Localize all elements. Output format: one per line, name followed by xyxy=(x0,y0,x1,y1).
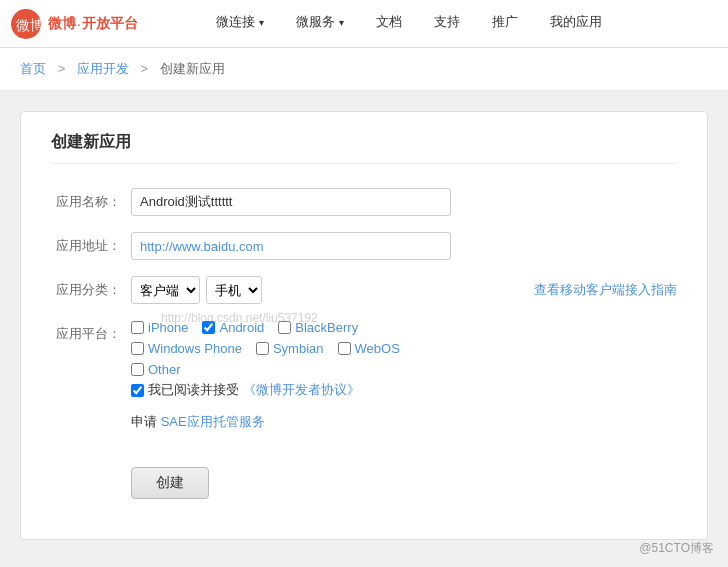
select-group: 客户端 社交 工具 娱乐 手机 平板 桌面 xyxy=(131,276,514,304)
platform-webos[interactable]: WebOS xyxy=(338,341,400,356)
platform-android[interactable]: Android xyxy=(202,320,264,335)
breadcrumb: 首页 > 应用开发 > 创建新应用 xyxy=(0,48,728,91)
agreement-link[interactable]: 《微博开发者协议》 xyxy=(243,381,360,399)
nav-label-doc: 文档 xyxy=(376,13,402,31)
app-name-row: 应用名称： xyxy=(51,188,677,216)
app-name-field xyxy=(131,188,677,216)
app-subtype-select[interactable]: 手机 平板 桌面 xyxy=(206,276,262,304)
platform-area: iPhone Android BlackBerry xyxy=(131,320,677,431)
app-name-input[interactable] xyxy=(131,188,451,216)
label-other: Other xyxy=(148,362,181,377)
checkbox-android[interactable] xyxy=(202,321,215,334)
checkbox-other[interactable] xyxy=(131,363,144,376)
submit-button[interactable]: 创建 xyxy=(131,467,209,499)
checkbox-iphone[interactable] xyxy=(131,321,144,334)
nav-label-promote: 推广 xyxy=(492,13,518,31)
svg-text:微博: 微博 xyxy=(16,17,42,33)
platform-other[interactable]: Other xyxy=(131,362,181,377)
app-type-label: 应用分类： xyxy=(51,276,131,304)
app-url-row: 应用地址： xyxy=(51,232,677,260)
label-blackberry: BlackBerry xyxy=(295,320,358,335)
nav-item-support[interactable]: 支持 xyxy=(418,0,476,48)
sae-link[interactable]: SAE应用托管服务 xyxy=(161,414,265,429)
app-type-row: 应用分类： 客户端 社交 工具 娱乐 手机 平板 桌面 查看移动客户 xyxy=(51,276,677,304)
app-url-label: 应用地址： xyxy=(51,232,131,260)
header: 微博 微博 · 开放平台 微连接 微服务 文档 支持 推广 我的应用 xyxy=(0,0,728,48)
breadcrumb-appdev[interactable]: 应用开发 xyxy=(77,61,129,76)
nav-label-myapp: 我的应用 xyxy=(550,13,602,31)
label-symbian: Symbian xyxy=(273,341,324,356)
logo-area: 微博 微博 · 开放平台 xyxy=(10,8,170,40)
weibo-icon: 微博 xyxy=(10,8,42,40)
label-android: Android xyxy=(219,320,264,335)
nav-item-promote[interactable]: 推广 xyxy=(476,0,534,48)
app-type-select[interactable]: 客户端 社交 工具 娱乐 xyxy=(131,276,200,304)
label-windowsphone: Windows Phone xyxy=(148,341,242,356)
app-name-label: 应用名称： xyxy=(51,188,131,216)
nav-menu: 微连接 微服务 文档 支持 推广 我的应用 xyxy=(200,0,718,48)
breadcrumb-home[interactable]: 首页 xyxy=(20,61,46,76)
nav-item-myapp[interactable]: 我的应用 xyxy=(534,0,618,48)
agreement-prefix: 我已阅读并接受 xyxy=(148,381,239,399)
app-url-field xyxy=(131,232,677,260)
nav-label-weilian: 微连接 xyxy=(216,13,255,31)
platform-iphone[interactable]: iPhone xyxy=(131,320,188,335)
label-webos: WebOS xyxy=(355,341,400,356)
breadcrumb-sep2: > xyxy=(140,61,148,76)
nav-label-weifu: 微服务 xyxy=(296,13,335,31)
app-url-input[interactable] xyxy=(131,232,451,260)
platform-windowsphone[interactable]: Windows Phone xyxy=(131,341,242,356)
app-platform-row: 应用平台： iPhone Android xyxy=(51,320,677,431)
platform-row-3: Other xyxy=(131,362,677,377)
sae-link-area: 申请 SAE应用托管服务 xyxy=(131,413,677,431)
sae-text: 申请 xyxy=(131,414,157,429)
app-type-field: 客户端 社交 工具 娱乐 手机 平板 桌面 xyxy=(131,276,514,304)
checkbox-agreement[interactable] xyxy=(131,384,144,397)
app-platform-field: iPhone Android BlackBerry xyxy=(131,320,677,431)
platform-row-1: iPhone Android BlackBerry xyxy=(131,320,677,335)
breadcrumb-current: 创建新应用 xyxy=(160,61,225,76)
footer-note: @51CTO博客 xyxy=(639,540,714,557)
logo-platform-text: 开放平台 xyxy=(82,15,138,33)
checkbox-windowsphone[interactable] xyxy=(131,342,144,355)
label-iphone: iPhone xyxy=(148,320,188,335)
checkbox-blackberry[interactable] xyxy=(278,321,291,334)
agreement-row: 我已阅读并接受 《微博开发者协议》 xyxy=(131,381,677,399)
card-title: 创建新应用 xyxy=(51,132,677,164)
guide-link[interactable]: 查看移动客户端接入指南 xyxy=(534,281,677,299)
breadcrumb-sep1: > xyxy=(58,61,66,76)
app-platform-label: 应用平台： xyxy=(51,320,131,348)
nav-item-weilian[interactable]: 微连接 xyxy=(200,0,280,48)
checkbox-webos[interactable] xyxy=(338,342,351,355)
main-content: 创建新应用 应用名称： 应用地址： 应用分类： 客户端 社交 xyxy=(0,91,728,560)
logo-brand-text: 微博 xyxy=(48,15,76,33)
logo-dot: · xyxy=(77,16,81,32)
checkbox-symbian[interactable] xyxy=(256,342,269,355)
platform-symbian[interactable]: Symbian xyxy=(256,341,324,356)
platform-row-2: Windows Phone Symbian WebOS xyxy=(131,341,677,356)
platform-blackberry[interactable]: BlackBerry xyxy=(278,320,358,335)
nav-item-weifu[interactable]: 微服务 xyxy=(280,0,360,48)
form-card: 创建新应用 应用名称： 应用地址： 应用分类： 客户端 社交 xyxy=(20,111,708,540)
nav-label-support: 支持 xyxy=(434,13,460,31)
nav-item-doc[interactable]: 文档 xyxy=(360,0,418,48)
